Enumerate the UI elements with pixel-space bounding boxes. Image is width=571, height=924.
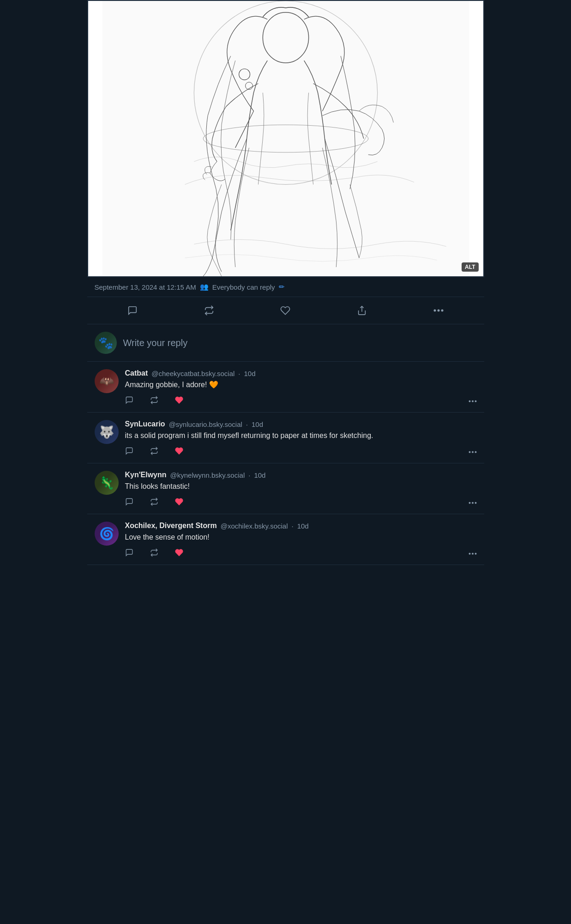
- catbat-repost-button[interactable]: [150, 396, 158, 404]
- post-metadata: September 13, 2024 at 12:15 AM 👥 Everybo…: [87, 277, 484, 297]
- kynelwynn-avatar-img: 🦎: [95, 471, 119, 495]
- kynelwynn-comment-header: Kyn'Elwynn @kynelwynn.bsky.social · 10d: [125, 471, 477, 479]
- xochilex-comment-header: Xochilex, Divergent Storm @xochilex.bsky…: [125, 522, 477, 530]
- catbat-comment-body: Catbat @cheekycatbat.bsky.social · 10d A…: [125, 369, 477, 405]
- svg-point-7: [433, 310, 436, 312]
- catbat-reply-button[interactable]: [125, 396, 133, 404]
- kynelwynn-author[interactable]: Kyn'Elwynn: [125, 471, 167, 479]
- action-bar: [87, 297, 484, 324]
- catbat-avatar[interactable]: 🦇: [95, 369, 119, 393]
- xochilex-reply-button[interactable]: [125, 548, 133, 557]
- svg-point-13: [469, 451, 470, 453]
- synlucario-repost-button[interactable]: [150, 447, 158, 455]
- synlucario-like-button[interactable]: [175, 447, 183, 455]
- kynelwynn-actions: [125, 497, 477, 506]
- synlucario-separator: ·: [246, 420, 248, 428]
- svg-point-19: [469, 553, 470, 555]
- xochilex-avatar-img: 🌀: [95, 522, 119, 546]
- svg-point-21: [475, 553, 476, 555]
- catbat-timestamp: 10d: [244, 370, 255, 377]
- kynelwynn-avatar[interactable]: 🦎: [95, 471, 119, 495]
- synlucario-author[interactable]: SynLucario: [125, 420, 165, 428]
- svg-point-16: [469, 502, 470, 504]
- reply-input-row[interactable]: 🐾 Write your reply: [87, 324, 484, 362]
- svg-point-18: [475, 502, 476, 504]
- kynelwynn-timestamp: 10d: [254, 471, 265, 479]
- svg-point-17: [472, 502, 474, 504]
- xochilex-timestamp: 10d: [297, 522, 309, 530]
- svg-point-12: [475, 401, 476, 402]
- catbat-time: ·: [238, 370, 240, 377]
- xochilex-avatar[interactable]: 🌀: [95, 522, 119, 546]
- kynelwynn-text: This looks fantastic!: [125, 481, 477, 492]
- comment-item: 🦇 Catbat @cheekycatbat.bsky.social · 10d…: [87, 362, 484, 413]
- like-button[interactable]: [247, 302, 324, 319]
- catbat-avatar-img: 🦇: [95, 369, 119, 393]
- catbat-comment-header: Catbat @cheekycatbat.bsky.social · 10d: [125, 369, 477, 377]
- xochilex-like-button[interactable]: [175, 548, 183, 557]
- svg-point-10: [469, 401, 470, 402]
- audience-label: Everybody can reply: [212, 283, 275, 291]
- synlucario-handle[interactable]: @synlucario.bsky.social: [169, 420, 242, 428]
- synlucario-avatar-img: 🐺: [95, 420, 119, 444]
- post-image[interactable]: ALT: [87, 0, 484, 277]
- more-button[interactable]: [400, 305, 477, 316]
- svg-point-15: [475, 451, 476, 453]
- kynelwynn-handle[interactable]: @kynelwynn.bsky.social: [170, 471, 245, 479]
- xochilex-separator: ·: [292, 522, 294, 530]
- kynelwynn-more-button[interactable]: [469, 497, 477, 506]
- alt-badge[interactable]: ALT: [462, 262, 478, 272]
- xochilex-actions: [125, 547, 477, 557]
- comment-item: 🌀 Xochilex, Divergent Storm @xochilex.bs…: [87, 514, 484, 565]
- catbat-more-button[interactable]: [469, 395, 477, 405]
- user-avatar: 🐾: [95, 332, 117, 354]
- svg-point-9: [441, 310, 443, 312]
- comment-button[interactable]: [95, 302, 171, 319]
- svg-point-14: [472, 451, 474, 453]
- kynelwynn-like-button[interactable]: [175, 498, 183, 506]
- post-container: ALT September 13, 2024 at 12:15 AM 👥 Eve…: [87, 0, 484, 565]
- xochilex-repost-button[interactable]: [150, 548, 158, 557]
- xochilex-handle[interactable]: @xochilex.bsky.social: [221, 522, 288, 530]
- comments-list: 🦇 Catbat @cheekycatbat.bsky.social · 10d…: [87, 362, 484, 565]
- kynelwynn-separator: ·: [248, 471, 250, 479]
- catbat-actions: [125, 395, 477, 405]
- reply-placeholder[interactable]: Write your reply: [123, 338, 188, 348]
- catbat-like-button[interactable]: [175, 396, 183, 404]
- synlucario-more-button[interactable]: [469, 446, 477, 456]
- comment-item: 🦎 Kyn'Elwynn @kynelwynn.bsky.social · 10…: [87, 463, 484, 514]
- catbat-author[interactable]: Catbat: [125, 369, 148, 377]
- synlucario-avatar[interactable]: 🐺: [95, 420, 119, 444]
- synlucario-actions: [125, 446, 477, 456]
- xochilex-comment-body: Xochilex, Divergent Storm @xochilex.bsky…: [125, 522, 477, 557]
- user-avatar-img: 🐾: [95, 332, 117, 354]
- synlucario-timestamp: 10d: [252, 420, 263, 428]
- share-button[interactable]: [324, 302, 400, 319]
- synlucario-reply-button[interactable]: [125, 447, 133, 455]
- synlucario-comment-header: SynLucario @synlucario.bsky.social · 10d: [125, 420, 477, 428]
- audience-icon: 👥: [200, 283, 209, 291]
- kynelwynn-reply-button[interactable]: [125, 498, 133, 506]
- comment-item: 🐺 SynLucario @synlucario.bsky.social · 1…: [87, 413, 484, 463]
- catbat-text: Amazing gobbie, I adore! 🧡: [125, 379, 477, 390]
- edit-icon[interactable]: ✏: [279, 283, 285, 291]
- repost-button[interactable]: [171, 302, 247, 319]
- kynelwynn-comment-body: Kyn'Elwynn @kynelwynn.bsky.social · 10d …: [125, 471, 477, 506]
- svg-point-20: [472, 553, 474, 555]
- post-date: September 13, 2024 at 12:15 AM: [95, 283, 196, 291]
- svg-point-11: [472, 401, 474, 402]
- synlucario-text: its a solid program i still find mysefl …: [125, 430, 477, 441]
- synlucario-comment-body: SynLucario @synlucario.bsky.social · 10d…: [125, 420, 477, 456]
- kynelwynn-repost-button[interactable]: [150, 498, 158, 506]
- catbat-handle[interactable]: @cheekycatbat.bsky.social: [151, 370, 234, 377]
- svg-rect-0: [102, 1, 469, 276]
- xochilex-more-button[interactable]: [469, 547, 477, 557]
- svg-point-8: [437, 310, 439, 312]
- xochilex-author[interactable]: Xochilex, Divergent Storm: [125, 522, 217, 530]
- xochilex-text: Love the sense of motion!: [125, 532, 477, 543]
